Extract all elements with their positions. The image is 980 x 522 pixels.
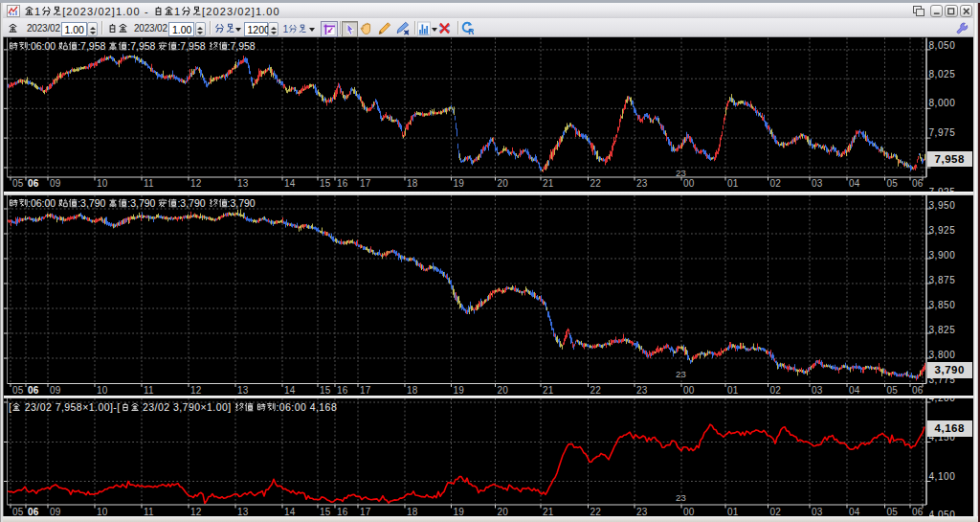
- svg-text:R: R: [468, 27, 474, 35]
